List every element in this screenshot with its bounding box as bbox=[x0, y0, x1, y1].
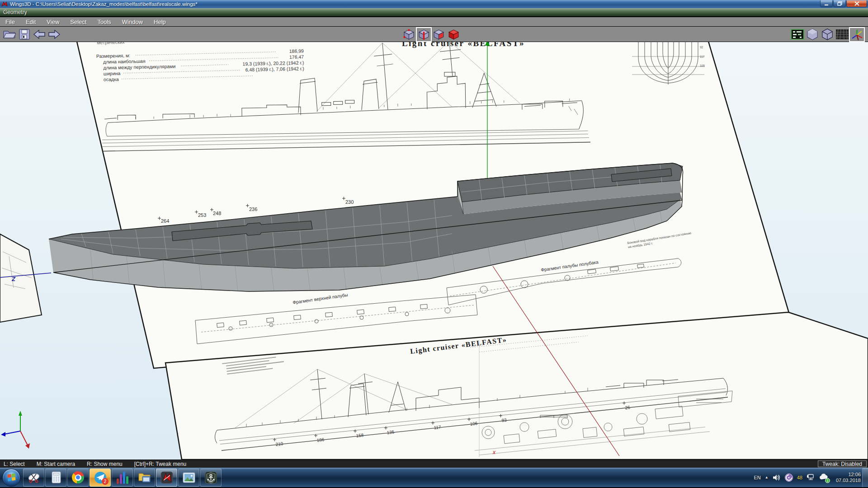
taskbar-snipping-tool[interactable] bbox=[23, 469, 44, 487]
geometry-window-label: Geometry bbox=[3, 9, 27, 15]
network-icon[interactable] bbox=[807, 474, 815, 481]
language-indicator[interactable]: EN bbox=[754, 475, 760, 480]
telegram-badge: 2 bbox=[102, 478, 108, 485]
svg-text:93: 93 bbox=[501, 418, 507, 423]
maximize-button[interactable] bbox=[833, 0, 846, 7]
svg-text:ширина: ширина bbox=[104, 70, 121, 76]
selection-mode-group bbox=[401, 27, 461, 42]
volume-icon[interactable] bbox=[773, 474, 781, 481]
svg-text:105: 105 bbox=[700, 64, 705, 67]
title-bar[interactable]: Wings3D - C:\Users\Seliat\Desktop\Zakaz_… bbox=[0, 0, 868, 8]
hint-left-click: L: Select bbox=[4, 461, 25, 467]
close-button[interactable] bbox=[846, 0, 867, 7]
vertex-select-button[interactable] bbox=[401, 28, 416, 42]
hint-right-click: R: Show menu bbox=[87, 461, 123, 467]
wings3d-app-icon bbox=[1, 1, 8, 7]
body-cube-icon bbox=[448, 28, 460, 41]
menu-help[interactable]: Help bbox=[148, 19, 171, 25]
menu-tools[interactable]: Tools bbox=[92, 19, 116, 25]
svg-text:248: 248 bbox=[213, 211, 221, 216]
view-options-group bbox=[790, 27, 864, 42]
svg-text:158: 158 bbox=[356, 432, 364, 438]
show-desktop-button[interactable] bbox=[862, 468, 868, 487]
menu-file[interactable]: File bbox=[0, 19, 20, 25]
smooth-preview-button[interactable] bbox=[805, 28, 820, 42]
file-manager-icon bbox=[138, 472, 151, 483]
image-viewer-icon bbox=[183, 472, 195, 483]
ground-plane-button[interactable] bbox=[835, 28, 849, 42]
taskbar-image-viewer[interactable] bbox=[178, 469, 199, 487]
save-button[interactable] bbox=[17, 28, 32, 42]
svg-text:92: 92 bbox=[700, 46, 703, 49]
window-title: Wings3D - C:\Users\Seliat\Desktop\Zakaz_… bbox=[10, 1, 198, 7]
window-controls bbox=[820, 0, 867, 7]
open-button[interactable] bbox=[2, 28, 17, 42]
svg-text:186,99: 186,99 bbox=[289, 48, 304, 54]
wireframe-cube-icon bbox=[821, 28, 834, 41]
redo-button[interactable] bbox=[47, 28, 61, 42]
open-folder-icon bbox=[3, 28, 16, 40]
viewport-canvas[interactable]: метрических 11 500/14 900 (1942 г.) Разм… bbox=[0, 42, 868, 460]
show-axes-button[interactable] bbox=[849, 28, 864, 42]
hidden-icons-arrow[interactable]: ▲ bbox=[765, 475, 769, 479]
taskbar-telegram[interactable]: 2 bbox=[90, 469, 111, 487]
toolbar-file-group bbox=[2, 27, 61, 42]
toolbar bbox=[0, 27, 868, 42]
clock-time: 12:06 bbox=[836, 472, 861, 478]
forward-arrow-icon bbox=[48, 29, 61, 40]
svg-text:210: 210 bbox=[275, 441, 283, 447]
svg-text:106: 106 bbox=[470, 421, 478, 427]
media-player-icon bbox=[117, 471, 128, 484]
menu-window[interactable]: Window bbox=[117, 19, 148, 25]
menu-edit[interactable]: Edit bbox=[20, 19, 41, 25]
svg-text:осадка: осадка bbox=[104, 76, 119, 82]
viewport: метрических 11 500/14 900 (1942 г.) Разм… bbox=[0, 42, 868, 460]
taskbar-media-player[interactable] bbox=[112, 469, 133, 487]
minimize-button[interactable] bbox=[820, 0, 833, 7]
svg-text:длина наибольшая: длина наибольшая bbox=[103, 58, 146, 65]
edge-select-button[interactable] bbox=[416, 28, 431, 42]
geometry-window-bar[interactable]: Geometry bbox=[0, 8, 868, 17]
svg-text:186: 186 bbox=[316, 437, 325, 443]
tray-clock[interactable]: 12:06 07.03.2018 bbox=[836, 472, 861, 483]
calculator-icon bbox=[50, 471, 62, 483]
taskbar-chrome[interactable] bbox=[67, 469, 89, 487]
desktop-screen: Wings3D - C:\Users\Seliat\Desktop\Zakaz_… bbox=[0, 0, 868, 488]
vertex-cube-icon bbox=[403, 28, 415, 41]
ground-plane-icon bbox=[835, 29, 849, 40]
body-select-button[interactable] bbox=[446, 28, 461, 42]
svg-text:176,47: 176,47 bbox=[289, 54, 304, 60]
svg-text:230: 230 bbox=[345, 199, 354, 205]
back-arrow-icon bbox=[33, 29, 46, 40]
taskbar-wings3d[interactable] bbox=[156, 469, 177, 487]
x-axis-label: x bbox=[492, 449, 496, 455]
taskbar: 2 EN ▲ 48 1 bbox=[0, 468, 868, 487]
taskbar-calculator[interactable] bbox=[45, 469, 66, 487]
clock-date: 07.03.2018 bbox=[836, 478, 861, 483]
world-of-warships-icon bbox=[205, 471, 217, 484]
hint-middle-click: M: Start camera bbox=[37, 461, 75, 467]
geometry-windows-button[interactable] bbox=[790, 28, 805, 42]
bittorrent-icon[interactable] bbox=[785, 474, 793, 482]
snipping-tool-icon bbox=[28, 472, 40, 483]
undo-button[interactable] bbox=[32, 28, 47, 42]
cloud-sync[interactable]: 1 bbox=[819, 473, 828, 482]
menu-select[interactable]: Select bbox=[65, 19, 92, 25]
svg-text:264: 264 bbox=[161, 218, 169, 224]
svg-text:253: 253 bbox=[198, 212, 206, 218]
face-select-button[interactable] bbox=[431, 28, 446, 42]
wireframe-button[interactable] bbox=[820, 28, 835, 42]
z-axis-label: Z bbox=[11, 276, 16, 282]
face-cube-icon bbox=[433, 28, 445, 41]
torrent-count[interactable]: 48 bbox=[797, 475, 802, 480]
wings3d-taskbar-icon bbox=[160, 471, 173, 484]
geometry-windows-icon bbox=[791, 29, 804, 40]
cloud-badge: 1 bbox=[825, 478, 830, 483]
taskbar-file-manager[interactable] bbox=[134, 469, 155, 487]
menu-view[interactable]: View bbox=[41, 19, 65, 25]
svg-text:117: 117 bbox=[434, 424, 441, 430]
windows-logo-icon bbox=[7, 474, 15, 482]
taskbar-world-of-warships[interactable] bbox=[200, 469, 222, 487]
start-button[interactable] bbox=[2, 469, 20, 487]
save-floppy-icon bbox=[19, 28, 30, 40]
